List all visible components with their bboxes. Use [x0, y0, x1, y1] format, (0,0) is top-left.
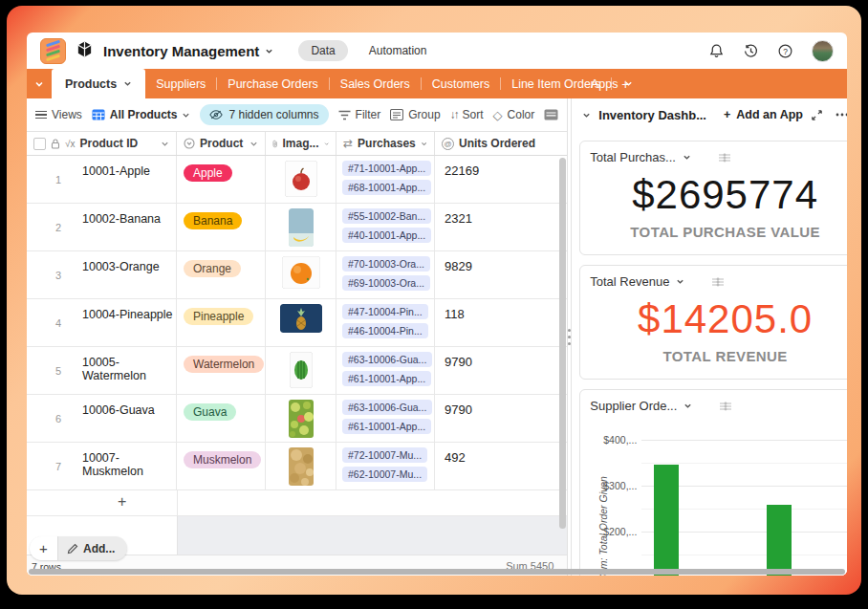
dashboard-title[interactable]: Inventory Dashb... — [598, 108, 706, 122]
column-header-units-ordered[interactable]: @ Units Ordered — [435, 132, 567, 155]
linked-record-pill[interactable]: #46-10004-Pin... — [342, 323, 428, 338]
linked-record-pill[interactable]: #55-10002-Ban... — [342, 208, 431, 224]
linked-record-pill[interactable]: #69-10003-Ora... — [342, 275, 430, 291]
units-cell[interactable]: 492 — [445, 450, 466, 465]
row-height-button[interactable] — [544, 109, 558, 120]
view-switcher[interactable]: All Products — [92, 108, 191, 121]
column-header-product-id[interactable]: √x Product ID — [27, 132, 177, 155]
product-id-cell[interactable]: 10001-Apple — [82, 164, 150, 178]
tab-automation[interactable]: Automation — [369, 44, 427, 57]
linked-record-pill[interactable]: #47-10004-Pin... — [342, 304, 428, 319]
chevron-down-icon[interactable] — [161, 140, 169, 148]
table-row[interactable]: 710007-Muskmelon Muskmelon #72-10007-Mu.… — [27, 443, 567, 490]
table-row[interactable]: 310003-Orange Orange #70-10003-Ora...#69… — [27, 251, 567, 299]
base-title[interactable]: Inventory Management — [103, 43, 273, 59]
product-id-cell[interactable]: 10006-Guava — [82, 403, 155, 417]
more-options-icon[interactable] — [835, 113, 847, 117]
linked-record-pill[interactable]: #63-10006-Gua... — [342, 400, 432, 415]
product-id-cell[interactable]: 10004-Pineapple — [82, 308, 173, 321]
linked-record-pill[interactable]: #40-10001-App... — [342, 228, 431, 243]
apple-photo[interactable] — [285, 161, 317, 197]
table-row[interactable]: 110001-Apple Apple #71-10001-App...#68-1… — [27, 156, 567, 204]
watermelon-photo[interactable] — [290, 352, 313, 388]
column-header-product[interactable]: Product — [177, 132, 266, 155]
guava-photo[interactable] — [289, 400, 314, 438]
product-id-cell[interactable]: 10007-Muskmelon — [82, 451, 176, 478]
linked-record-pill[interactable]: #71-10001-App... — [342, 161, 431, 176]
muskmelon-photo[interactable] — [289, 447, 314, 486]
banana-photo[interactable] — [289, 208, 314, 247]
horizontal-scrollbar[interactable] — [29, 569, 845, 575]
select-all-checkbox[interactable] — [33, 138, 46, 150]
product-badge[interactable]: Orange — [184, 260, 241, 277]
settings-sliders-icon[interactable] — [719, 401, 732, 412]
column-header-purchases[interactable]: ⇄ Purchases — [336, 132, 435, 155]
orange-photo[interactable] — [282, 256, 320, 289]
chevron-down-icon[interactable] — [250, 140, 258, 148]
expand-tables-chevron[interactable] — [27, 69, 52, 98]
units-cell[interactable]: 2321 — [445, 211, 472, 226]
history-icon[interactable] — [743, 43, 759, 59]
tab-purchase-orders[interactable]: Purchase Orders — [217, 69, 328, 98]
airtable-app-icon[interactable] — [40, 38, 66, 64]
product-id-cell[interactable]: 10003-Orange — [82, 260, 160, 273]
card-title-dropdown[interactable]: Total Revenue — [590, 274, 684, 289]
linked-record-pill[interactable]: #61-10001-App... — [342, 371, 431, 386]
units-cell[interactable]: 9790 — [445, 355, 472, 369]
table-row[interactable]: 210002-Banana Banana #55-10002-Ban...#40… — [27, 204, 567, 251]
help-icon[interactable]: ? — [777, 43, 793, 59]
views-button[interactable]: Views — [35, 108, 82, 121]
product-badge[interactable]: Apple — [184, 164, 232, 182]
chart-bar[interactable] — [767, 505, 792, 576]
product-id-cell[interactable]: 10005-Watermelon — [82, 356, 176, 382]
card-title-dropdown[interactable]: Total Purchas... — [590, 150, 691, 164]
tab-suppliers[interactable]: Suppliers — [145, 69, 216, 98]
table-row[interactable]: 410004-Pineapple Pineapple #47-10004-Pin… — [27, 299, 567, 347]
product-id-cell[interactable]: 10002-Banana — [82, 212, 161, 226]
tab-data[interactable]: Data — [298, 40, 347, 61]
units-cell[interactable]: 9790 — [445, 402, 472, 417]
sort-button[interactable]: ↓↑ Sort — [450, 108, 484, 121]
add-an-app-button[interactable]: + Add an App — [724, 108, 803, 121]
chevron-down-icon[interactable] — [582, 111, 591, 120]
tab-sales-orders[interactable]: Sales Orders — [330, 69, 421, 98]
hidden-fields-button[interactable]: 7 hidden columns — [200, 104, 328, 125]
linked-record-pill[interactable]: #72-10007-Mu... — [342, 447, 427, 463]
tab-customers[interactable]: Customers — [422, 69, 500, 98]
product-badge[interactable]: Banana — [184, 212, 242, 229]
product-badge[interactable]: Pineapple — [184, 308, 253, 325]
settings-sliders-icon[interactable] — [711, 276, 725, 288]
units-cell[interactable]: 22169 — [445, 163, 479, 178]
table-row[interactable]: 610006-Guava Guava #63-10006-Gua...#61-1… — [27, 395, 567, 443]
add-record-button[interactable]: + Add... — [30, 536, 127, 560]
user-avatar[interactable] — [812, 40, 834, 62]
chevron-down-icon[interactable] — [324, 140, 329, 148]
tab-products[interactable]: Products — [52, 69, 145, 98]
bell-icon[interactable] — [708, 43, 725, 59]
linked-record-pill[interactable]: #70-10003-Ora... — [342, 256, 430, 272]
product-badge[interactable]: Muskmelon — [184, 451, 261, 468]
add-row-button[interactable]: + — [27, 490, 567, 516]
units-cell[interactable]: 9829 — [445, 259, 472, 273]
linked-record-pill[interactable]: #61-10001-App... — [342, 419, 431, 434]
plus-icon[interactable]: + — [30, 536, 58, 560]
linked-record-pill[interactable]: #63-10006-Gua... — [342, 352, 432, 367]
settings-sliders-icon[interactable] — [718, 152, 731, 163]
table-row[interactable]: 510005-Watermelon Watermelon #63-10006-G… — [27, 347, 567, 395]
linked-record-pill[interactable]: #68-10001-App... — [342, 180, 431, 195]
linked-record-pill[interactable]: #62-10007-Mu... — [342, 467, 427, 482]
color-button[interactable]: ◇ Color — [493, 108, 535, 122]
expand-panel-icon[interactable] — [811, 109, 823, 121]
card-title-dropdown[interactable]: Supplier Orde... — [590, 399, 692, 413]
apps-menu[interactable]: Apps — [591, 69, 633, 98]
product-badge[interactable]: Guava — [184, 403, 236, 421]
chart-bar[interactable] — [654, 465, 679, 576]
group-button[interactable]: Group — [390, 108, 440, 121]
column-header-image[interactable]: Imag... — [266, 132, 336, 155]
units-cell[interactable]: 118 — [445, 307, 465, 321]
product-badge[interactable]: Watermelon — [184, 356, 264, 373]
chevron-down-icon[interactable] — [421, 140, 427, 148]
pineapple-photo[interactable] — [280, 304, 322, 333]
filter-button[interactable]: Filter — [338, 108, 381, 121]
grid-vertical-scrollbar[interactable] — [559, 158, 566, 529]
